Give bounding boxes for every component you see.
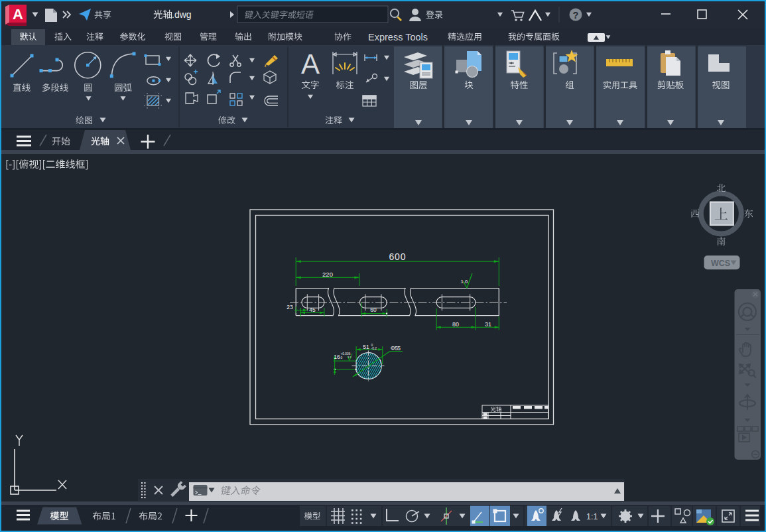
svg-text:+0.036: +0.036 bbox=[341, 352, 351, 356]
svg-text:3.2: 3.2 bbox=[348, 356, 351, 359]
svg-text:WCS: WCS bbox=[711, 259, 730, 268]
svg-text:60: 60 bbox=[370, 306, 377, 313]
svg-text:220: 220 bbox=[322, 271, 333, 278]
svg-text:31: 31 bbox=[485, 321, 491, 328]
svg-text:Φ55: Φ55 bbox=[391, 345, 401, 352]
svg-text:A: A bbox=[13, 6, 23, 23]
svg-text:51: 51 bbox=[363, 344, 369, 350]
svg-text:45: 45 bbox=[309, 306, 316, 313]
svg-text:600: 600 bbox=[389, 251, 406, 262]
svg-text:80: 80 bbox=[452, 321, 459, 328]
svg-text:1.6: 1.6 bbox=[460, 279, 468, 285]
svg-text:-0.2: -0.2 bbox=[371, 346, 377, 350]
svg-text:0: 0 bbox=[341, 356, 343, 360]
svg-text:?: ? bbox=[573, 10, 579, 21]
svg-text:23: 23 bbox=[287, 304, 293, 310]
svg-text:1:1: 1:1 bbox=[586, 512, 598, 521]
svg-text:Express Tools: Express Tools bbox=[368, 32, 428, 42]
svg-text:16: 16 bbox=[334, 354, 340, 360]
svg-text:A: A bbox=[301, 48, 320, 80]
svg-text:.dwg: .dwg bbox=[172, 9, 192, 20]
